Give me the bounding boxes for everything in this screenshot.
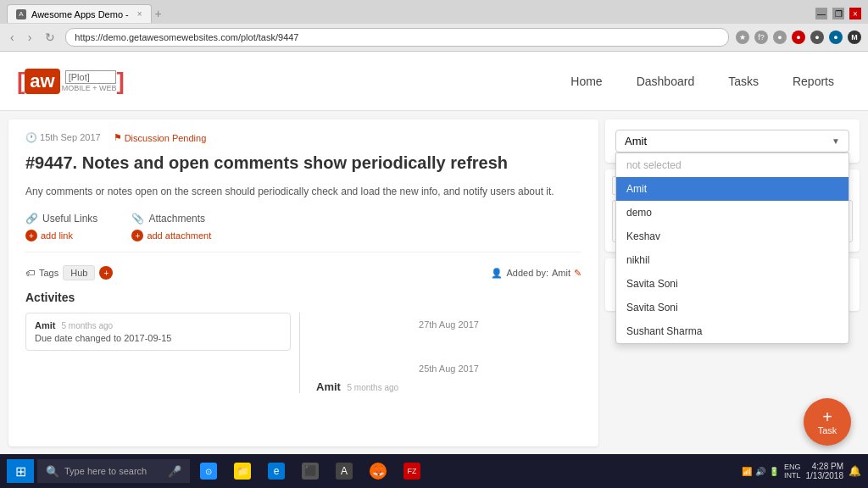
logo-sub: MOBILE + WEB (62, 84, 117, 92)
clock-icon: 🕐 (25, 132, 40, 142)
browser-icons: ★ f? ● ● ● ● M (736, 30, 861, 44)
link-icon: 🔗 (25, 213, 38, 225)
add-task-fab[interactable]: + Task (804, 398, 851, 446)
add-tag-button[interactable]: + (99, 266, 113, 280)
logo-aw: aw (25, 69, 59, 94)
dropdown-option-not-selected[interactable]: not selected (616, 153, 849, 177)
added-by-label: Added by: (506, 268, 548, 278)
app-header: [ aw [Plot] MOBILE + WEB ] Home Dashboar… (0, 52, 868, 111)
attachments-label: 📎 Attachments (131, 213, 211, 225)
added-by-section: 👤 Added by: Amit ✎ (491, 268, 581, 279)
maximize-button[interactable]: ❐ (832, 8, 844, 19)
nav-dashboard[interactable]: Dashboard (620, 68, 712, 95)
nav-tasks[interactable]: Tasks (711, 68, 776, 95)
task-footer: 🏷 Tags Hub + 👤 Added by: Amit ✎ (25, 265, 581, 280)
taskbar: ⊞ 🔍 Type here to search 🎤 ⊙ 📁 e ⬛ A 🦊 FZ… (0, 454, 868, 455)
menu-icon[interactable]: f? (754, 30, 768, 44)
tag-icon: 🏷 (25, 268, 35, 278)
tab-title: Awesome Apps Demo - (31, 9, 129, 19)
dropdown-option-savita1[interactable]: Savita Soni (616, 272, 849, 296)
logo-plot: [Plot] (65, 70, 117, 84)
logo-bracket-close: ] (116, 68, 124, 95)
tab-close-button[interactable]: × (137, 9, 142, 19)
back-button[interactable]: ‹ (7, 29, 18, 46)
timeline-right: 27th Aug 2017 25th Aug 2017 Amit 5 month… (308, 313, 581, 393)
paperclip-icon: 📎 (131, 213, 144, 225)
task-meta: 🕐 15th Sep 2017 ⚑ Discussion Pending (25, 132, 581, 143)
url-text: https://demo.getawesomewebsites.com/plot… (75, 32, 298, 42)
main-panel: 🕐 15th Sep 2017 ⚑ Discussion Pending #94… (8, 119, 598, 446)
activity1-time: 5 months ago (62, 321, 114, 330)
activity1-text: Due date changed to 2017-09-15 (35, 333, 281, 343)
activities-title: Activites (25, 291, 581, 304)
activities-section: Activites Amit 5 months ago Due date cha… (25, 291, 581, 393)
tags-label: Tags (39, 268, 58, 278)
dropdown-arrow: ▼ (832, 136, 840, 146)
tag-hub: Hub (63, 265, 95, 280)
minimize-button[interactable]: — (815, 8, 827, 19)
ext4-icon[interactable]: M (848, 30, 861, 44)
star-icon[interactable]: ★ (736, 30, 749, 44)
activity-timeline: Amit 5 months ago Due date changed to 20… (25, 313, 581, 393)
dropdown-option-nikhil[interactable]: nikhil (616, 248, 849, 272)
assignee-section: Amit ▼ not selected Amit demo Keshav nik… (605, 119, 860, 163)
activity-card-1: Amit 5 months ago Due date changed to 20… (25, 313, 291, 351)
dropdown-option-sushant[interactable]: Sushant Sharma (616, 319, 849, 343)
useful-links-label: 🔗 Useful Links (25, 213, 97, 225)
nav-reports[interactable]: Reports (776, 68, 851, 95)
ext2-icon[interactable]: ● (810, 30, 824, 44)
nav-home[interactable]: Home (554, 68, 619, 95)
ext1-icon[interactable]: ● (792, 30, 805, 44)
add-attachment-icon: + (131, 230, 143, 241)
close-window-button[interactable]: × (849, 8, 861, 19)
date1: 27th Aug 2017 (316, 319, 581, 330)
assignee-value: Amit (625, 135, 647, 147)
fab-label: Task (818, 425, 837, 435)
ext3-icon[interactable]: ● (829, 30, 843, 44)
browser-controls: ‹ › ↻ https://demo.getawesomewebsites.co… (0, 24, 868, 51)
discussion-status: ⚑ Discussion Pending (114, 132, 207, 143)
page-content: 🕐 15th Sep 2017 ⚑ Discussion Pending #94… (0, 111, 868, 455)
dropdown-option-amit[interactable]: Amit (616, 177, 849, 201)
task-title: #9447. Notes and open comments show peri… (25, 152, 581, 174)
add-link-icon: + (25, 230, 37, 241)
flag-icon: ⚑ (114, 132, 122, 143)
timeline-divider (291, 313, 308, 393)
assignee-select[interactable]: Amit ▼ (615, 130, 849, 152)
activity2-user: Amit 5 months ago (316, 380, 581, 393)
task-links-attachments: 🔗 Useful Links + add link 📎 Attachments … (25, 213, 581, 252)
right-panel: Amit ▼ not selected Amit demo Keshav nik… (605, 119, 860, 446)
person-icon: 👤 (491, 268, 503, 279)
date2: 25th Aug 2017 (316, 363, 581, 374)
tab-bar: A Awesome Apps Demo - × + — ❐ × (0, 0, 868, 24)
logo: [ aw [Plot] MOBILE + WEB ] (17, 68, 125, 95)
tab-favicon: A (16, 9, 26, 19)
fab-plus-icon: + (822, 408, 832, 425)
added-by-user: Amit (552, 268, 570, 278)
useful-links-section: 🔗 Useful Links + add link (25, 213, 97, 241)
main-nav: Home Dashboard Tasks Reports (554, 68, 851, 95)
refresh-button[interactable]: ↻ (42, 29, 58, 46)
forward-button[interactable]: › (25, 29, 36, 46)
dropdown-option-keshav[interactable]: Keshav (616, 225, 849, 248)
dropdown-option-demo[interactable]: demo (616, 201, 849, 225)
add-attachment-button[interactable]: + add attachment (131, 230, 211, 241)
add-link-button[interactable]: + add link (25, 230, 97, 241)
activity1-user: Amit (35, 320, 55, 330)
edit-added-by-icon[interactable]: ✎ (574, 268, 581, 279)
address-bar[interactable]: https://demo.getawesomewebsites.com/plot… (65, 28, 729, 47)
dropdown-option-savita2[interactable]: Savita Soni (616, 296, 849, 319)
browser-chrome: A Awesome Apps Demo - × + — ❐ × ‹ › ↻ ht… (0, 0, 868, 52)
assignee-dropdown-container: Amit ▼ not selected Amit demo Keshav nik… (615, 130, 849, 152)
dropdown-menu: not selected Amit demo Keshav nikhil Sav… (615, 152, 849, 344)
timeline-left: Amit 5 months ago Due date changed to 20… (25, 313, 291, 393)
logo-bracket-open: [ (17, 68, 25, 95)
task-date: 🕐 15th Sep 2017 (25, 132, 101, 143)
browser-tab[interactable]: A Awesome Apps Demo - × (7, 4, 152, 23)
attachments-section: 📎 Attachments + add attachment (131, 213, 211, 241)
tags-section: 🏷 Tags Hub + (25, 265, 113, 280)
task-description: Any comments or notes open on the screen… (25, 184, 581, 200)
new-tab-button[interactable]: + (155, 7, 162, 20)
profile-icon[interactable]: ● (773, 30, 787, 44)
